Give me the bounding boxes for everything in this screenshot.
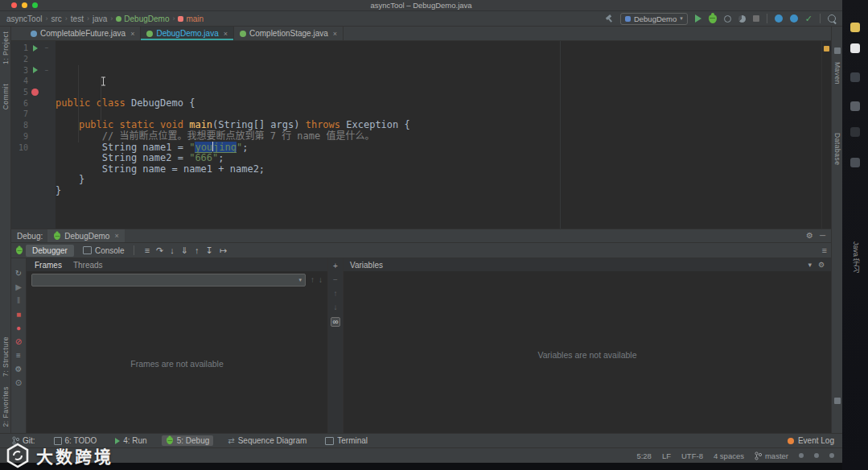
close-tab-icon[interactable]: ×: [224, 30, 228, 38]
editor-tab[interactable]: CompletableFuture.java×: [25, 27, 141, 40]
move-watch-up-icon[interactable]: ↑: [334, 290, 338, 298]
layout-settings-icon[interactable]: ≡: [822, 246, 827, 255]
view-breakpoints-icon[interactable]: ●: [16, 324, 21, 334]
gutter-line[interactable]: 1−: [11, 43, 56, 54]
evaluate-expression-icon[interactable]: ∞: [331, 317, 339, 327]
run-gutter-icon[interactable]: [33, 45, 38, 52]
gutter[interactable]: 1−23−45678910: [11, 41, 56, 229]
code-with-me-icon[interactable]: [790, 14, 798, 23]
resume-icon[interactable]: ▶: [15, 283, 22, 293]
toolwindow-button-5-debug[interactable]: 5: Debug: [162, 435, 214, 446]
sidebar-item-commit[interactable]: Commit: [2, 84, 10, 109]
toolwindow-button-sequence-diagram[interactable]: ⇄Sequence Diagram: [224, 435, 311, 446]
gutter-line[interactable]: 9: [11, 131, 56, 142]
close-session-icon[interactable]: ×: [114, 232, 118, 240]
breadcrumb-item[interactable]: src: [51, 14, 61, 23]
tab-threads[interactable]: Threads: [73, 261, 103, 270]
remove-watch-icon[interactable]: −: [333, 276, 338, 284]
frames-combobox[interactable]: ▾: [31, 274, 306, 287]
debug-button[interactable]: [709, 14, 717, 23]
coverage-button[interactable]: [724, 15, 731, 23]
build-hammer-icon[interactable]: [605, 14, 613, 23]
pause-icon[interactable]: ‖: [17, 297, 20, 307]
drop-frame-icon[interactable]: ↧: [205, 246, 212, 255]
breadcrumb-item[interactable]: DebugDemo: [116, 14, 169, 23]
toolwindow-stripe-database[interactable]: Database: [833, 133, 841, 165]
settings-gear-icon[interactable]: ⚙: [806, 232, 813, 240]
desktop-icon[interactable]: [850, 101, 860, 111]
stop-icon[interactable]: ■: [16, 311, 21, 320]
breadcrumb-item[interactable]: java: [93, 14, 107, 23]
move-watch-down-icon[interactable]: ↓: [334, 303, 338, 311]
run-config-select[interactable]: DebugDemo ▾: [620, 13, 688, 25]
code-lines[interactable]: public class DebugDemo { public static v…: [56, 41, 831, 229]
settings-gear-icon[interactable]: ⚙: [818, 262, 825, 269]
desktop-icon[interactable]: [850, 43, 860, 53]
gutter-line[interactable]: 3−: [11, 64, 56, 76]
gutter-line[interactable]: 7: [11, 109, 56, 120]
gutter-line[interactable]: 2: [11, 54, 56, 65]
file-encoding[interactable]: UTF-8: [681, 451, 703, 460]
gutter-line[interactable]: 5: [11, 87, 56, 98]
search-everywhere-icon[interactable]: [828, 14, 836, 23]
toolwindow-stripe-maven[interactable]: Maven: [833, 62, 841, 85]
frame-up-icon[interactable]: ↑: [311, 276, 315, 284]
breadcrumb-item[interactable]: main: [178, 14, 204, 23]
editor-tab[interactable]: DebugDemo.java×: [141, 27, 234, 40]
stop-button[interactable]: [753, 15, 759, 22]
highlighting-level-icon[interactable]: [829, 453, 834, 458]
title-bar[interactable]: asyncTool – DebugDemo.java: [0, 0, 842, 11]
sidebar-item-7-structure[interactable]: 7: Structure: [2, 336, 10, 377]
gutter-line[interactable]: 6: [11, 97, 56, 109]
sidebar-item-1-project[interactable]: 1: Project: [2, 31, 10, 64]
line-ending[interactable]: LF: [662, 451, 671, 460]
mute-breakpoints-icon[interactable]: ⊘: [15, 338, 22, 348]
editor[interactable]: 1−23−45678910 public class DebugDemo { p…: [11, 41, 831, 229]
step-out-icon[interactable]: ↑: [195, 246, 200, 255]
caret-position[interactable]: 5:28: [636, 451, 652, 460]
breadcrumb-item[interactable]: asyncTool: [6, 14, 42, 23]
gutter-line[interactable]: 4: [11, 76, 56, 87]
hide-panel-icon[interactable]: ─: [820, 232, 825, 240]
frame-down-icon[interactable]: ↓: [319, 276, 323, 284]
tool-window-icon[interactable]: [834, 398, 841, 404]
git-branch[interactable]: master: [755, 451, 788, 460]
inspections-ok-icon[interactable]: ✓: [805, 14, 812, 23]
tool-window-icon[interactable]: [834, 47, 841, 54]
toolwindow-button-4-run[interactable]: 4: Run: [111, 435, 150, 446]
sync-icon[interactable]: [775, 14, 783, 23]
tab-console[interactable]: Console: [76, 245, 131, 257]
close-tab-icon[interactable]: ×: [333, 30, 337, 38]
error-stripe[interactable]: [821, 41, 831, 229]
editor-tab[interactable]: CompletionStage.java×: [234, 27, 343, 40]
thread-dump-icon[interactable]: ≡: [16, 352, 21, 361]
profiler-button[interactable]: [738, 15, 746, 23]
add-watch-icon[interactable]: +: [333, 262, 338, 270]
readonly-lock-icon[interactable]: [814, 453, 819, 458]
desktop-icon[interactable]: [850, 23, 860, 32]
breakpoint-icon[interactable]: [31, 89, 39, 96]
settings-gear-icon[interactable]: ⚙: [15, 365, 23, 375]
notifications-icon[interactable]: [799, 453, 804, 458]
chevron-down-icon[interactable]: ▾: [808, 262, 812, 269]
debug-session-tab[interactable]: DebugDemo ×: [47, 229, 124, 242]
force-step-into-icon[interactable]: ⇓: [181, 246, 188, 255]
inspection-marker[interactable]: [824, 46, 829, 52]
run-button[interactable]: [695, 14, 701, 23]
gutter-line[interactable]: 10: [11, 142, 56, 153]
close-tab-icon[interactable]: ×: [130, 30, 134, 38]
step-over-icon[interactable]: ↷: [156, 246, 163, 255]
indent-setting[interactable]: 4 spaces: [714, 451, 744, 460]
fold-marker[interactable]: −: [42, 44, 51, 52]
desktop-icon[interactable]: [850, 72, 860, 82]
fold-marker[interactable]: −: [42, 67, 51, 74]
pin-icon[interactable]: ⊙: [15, 379, 22, 389]
sidebar-item-2-favorites[interactable]: 2: Favorites: [2, 386, 10, 427]
desktop-icon[interactable]: [850, 127, 860, 137]
tab-debugger[interactable]: Debugger: [26, 245, 74, 257]
show-execution-point-icon[interactable]: ≡: [145, 246, 150, 255]
run-gutter-icon[interactable]: [33, 67, 38, 73]
rerun-icon[interactable]: ↻: [15, 270, 22, 279]
desktop-icon[interactable]: [850, 158, 860, 167]
run-to-cursor-icon[interactable]: ↦: [220, 246, 227, 255]
